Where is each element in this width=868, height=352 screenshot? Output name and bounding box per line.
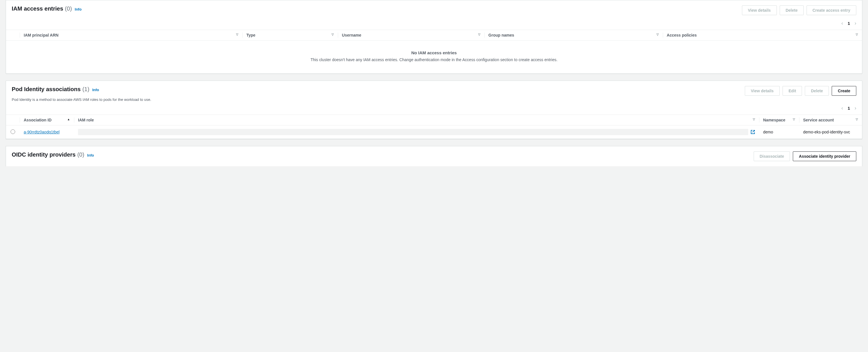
pod-panel-description: Pod Identity is a method to associate AW… [6, 97, 862, 103]
column-iam-arn[interactable]: IAM principal ARN▽ [20, 30, 242, 40]
disassociate-button[interactable]: Disassociate [754, 152, 790, 161]
column-access-policies[interactable]: Access policies▽ [663, 30, 862, 40]
prev-page-icon[interactable]: ‹ [841, 20, 843, 26]
iam-access-entries-panel: IAM access entries (0) Info View details… [6, 0, 862, 74]
association-id-link[interactable]: a-90rrdtz0aodq1tbel [24, 130, 59, 134]
page-number: 1 [848, 106, 850, 110]
edit-button[interactable]: Edit [782, 86, 802, 96]
iam-panel-count: (0) [65, 5, 72, 12]
create-button[interactable]: Create [832, 86, 856, 96]
pod-identity-panel: Pod Identity associations (1) Info View … [6, 81, 862, 139]
column-group-names[interactable]: Group names▽ [485, 30, 663, 40]
iam-info-link[interactable]: Info [75, 7, 82, 11]
namespace-cell: demo [759, 125, 799, 139]
oidc-panel-title: OIDC identity providers [12, 152, 75, 158]
empty-state-description: This cluster doesn't have any IAM access… [12, 57, 856, 62]
column-type[interactable]: Type▽ [242, 30, 338, 40]
select-all-column [6, 115, 20, 125]
sort-icon: ▽ [332, 33, 334, 36]
page-number: 1 [848, 21, 850, 26]
prev-page-icon[interactable]: ‹ [841, 105, 843, 111]
column-service-account[interactable]: Service account▽ [799, 115, 862, 125]
sort-icon: ▽ [793, 118, 795, 121]
pod-panel-title: Pod Identity associations [12, 86, 81, 93]
associate-identity-provider-button[interactable]: Associate identity provider [793, 152, 856, 161]
sort-icon: ▽ [856, 33, 858, 36]
pod-panel-count: (1) [82, 86, 89, 93]
service-account-cell: demo-eks-pod-identity-svc [799, 125, 862, 139]
table-row[interactable]: a-90rrdtz0aodq1tbel demo demo-eks-pod-id… [6, 125, 862, 139]
row-select-radio[interactable] [10, 129, 15, 134]
view-details-button[interactable]: View details [745, 86, 780, 96]
select-all-column [6, 30, 20, 40]
iam-entries-table: IAM principal ARN▽ Type▽ Username▽ Group… [6, 30, 862, 40]
column-association-id[interactable]: Association ID▲ [20, 115, 74, 125]
view-details-button[interactable]: View details [742, 5, 777, 15]
delete-button[interactable]: Delete [805, 86, 829, 96]
external-link-icon[interactable] [750, 130, 755, 134]
sort-asc-icon: ▲ [67, 118, 70, 121]
sort-icon: ▽ [236, 33, 238, 36]
next-page-icon[interactable]: › [855, 105, 856, 111]
iam-empty-state: No IAM access entries This cluster doesn… [6, 40, 862, 73]
iam-role-redacted [78, 129, 748, 135]
next-page-icon[interactable]: › [855, 20, 856, 26]
column-username[interactable]: Username▽ [338, 30, 485, 40]
column-iam-role[interactable]: IAM role▽ [74, 115, 759, 125]
oidc-panel-count: (0) [77, 152, 84, 158]
sort-icon: ▽ [856, 118, 858, 121]
sort-icon: ▽ [753, 118, 755, 121]
oidc-info-link[interactable]: Info [87, 153, 94, 157]
pod-info-link[interactable]: Info [92, 88, 99, 92]
create-access-entry-button[interactable]: Create access entry [807, 5, 856, 15]
sort-icon: ▽ [656, 33, 659, 36]
sort-icon: ▽ [478, 33, 480, 36]
oidc-panel: OIDC identity providers (0) Info Disasso… [6, 146, 862, 166]
pod-identity-table: Association ID▲ IAM role▽ Namespace▽ Ser… [6, 115, 862, 139]
column-namespace[interactable]: Namespace▽ [759, 115, 799, 125]
iam-panel-title: IAM access entries [12, 5, 63, 12]
delete-button[interactable]: Delete [780, 5, 804, 15]
empty-state-title: No IAM access entries [12, 50, 856, 55]
